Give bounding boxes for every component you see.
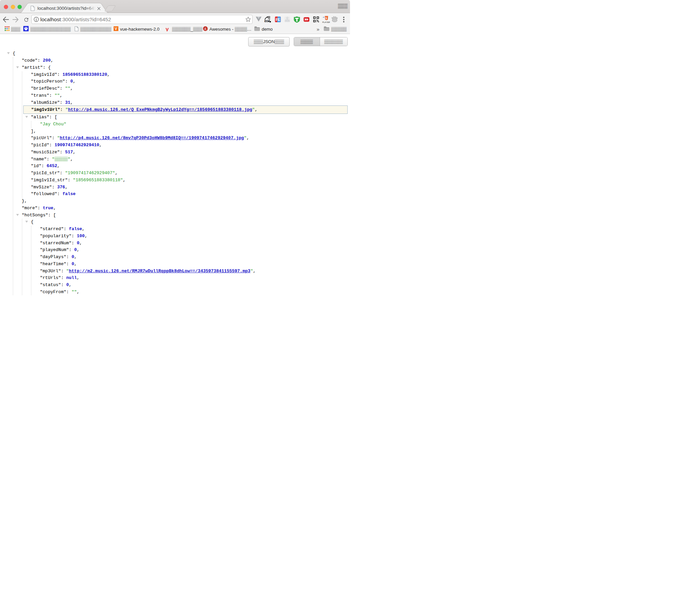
svg-text:5: 5 [325, 17, 327, 20]
svg-text:y: y [166, 26, 169, 31]
svg-text:FE: FE [276, 18, 281, 22]
svg-text:V: V [115, 27, 117, 31]
svg-text:PLAYER: PLAYER [322, 21, 330, 23]
svg-text:A: A [204, 27, 206, 31]
